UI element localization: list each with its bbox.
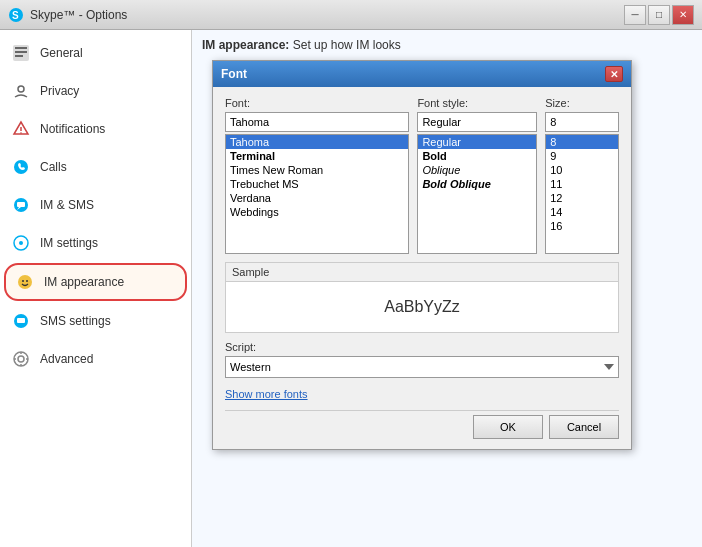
advanced-icon [10,348,32,370]
style-input[interactable] [417,112,537,132]
style-list[interactable]: Regular Bold Oblique Bold Oblique [417,134,537,254]
sidebar-label-notifications: Notifications [40,122,105,136]
sidebar-label-sms-settings: SMS settings [40,314,111,328]
svg-rect-20 [17,318,25,323]
privacy-icon [10,80,32,102]
size-list-item-10[interactable]: 10 [546,163,618,177]
size-list-item-14[interactable]: 14 [546,205,618,219]
dialog-close-button[interactable]: ✕ [605,66,623,82]
svg-rect-5 [15,55,23,57]
dialog-title: Font [221,67,247,81]
sample-section: Sample AaBbYyZz [225,262,619,333]
script-section: Script: Western [225,341,619,378]
window-title: Skype™ - Options [30,8,127,22]
minimize-button[interactable]: ─ [624,5,646,25]
size-list-item-9[interactable]: 9 [546,149,618,163]
script-label: Script: [225,341,619,353]
svg-point-21 [14,352,28,366]
content-title-normal: Set up how IM looks [293,38,401,52]
size-list-item-11[interactable]: 11 [546,177,618,191]
title-bar: S Skype™ - Options ─ □ ✕ [0,0,702,30]
svg-point-16 [18,275,32,289]
sample-label: Sample [226,263,618,282]
content-title: IM appearance: Set up how IM looks [202,38,692,52]
cancel-button[interactable]: Cancel [549,415,619,439]
main-window: General Privacy Notifications [0,30,702,547]
size-list-item-8[interactable]: 8 [546,135,618,149]
im-sms-icon [10,194,32,216]
sidebar-label-advanced: Advanced [40,352,93,366]
sidebar-item-advanced[interactable]: Advanced [0,340,191,378]
font-dialog: Font ✕ Font: Tahoma Terminal Times New R… [212,60,632,450]
sample-text: AaBbYyZz [226,282,618,332]
sidebar-item-calls[interactable]: Calls [0,148,191,186]
sms-settings-icon [10,310,32,332]
svg-point-22 [18,356,24,362]
sidebar-item-im-sms[interactable]: IM & SMS [0,186,191,224]
maximize-button[interactable]: □ [648,5,670,25]
general-icon [10,42,32,64]
show-more-fonts-link[interactable]: Show more fonts [225,388,619,400]
font-list-item-verdana[interactable]: Verdana [226,191,408,205]
font-list-item-terminal[interactable]: Terminal [226,149,408,163]
font-list-item-webdings[interactable]: Webdings [226,205,408,219]
dialog-titlebar: Font ✕ [213,61,631,87]
size-column: Size: 8 9 10 11 12 14 16 [545,97,619,254]
sidebar-label-im-appearance: IM appearance [44,275,124,289]
sidebar-label-calls: Calls [40,160,67,174]
title-bar-left: S Skype™ - Options [8,7,127,23]
svg-point-15 [19,241,23,245]
svg-rect-3 [15,47,27,49]
svg-point-17 [22,280,24,282]
notifications-icon [10,118,32,140]
calls-icon [10,156,32,178]
ok-button[interactable]: OK [473,415,543,439]
svg-point-9 [20,132,22,134]
sidebar-label-im-settings: IM settings [40,236,98,250]
svg-text:S: S [12,10,19,21]
im-appearance-icon [14,271,36,293]
style-list-item-bold-oblique[interactable]: Bold Oblique [418,177,536,191]
font-list-item-times[interactable]: Times New Roman [226,163,408,177]
sidebar-label-privacy: Privacy [40,84,79,98]
size-list[interactable]: 8 9 10 11 12 14 16 [545,134,619,254]
font-list-item-tahoma[interactable]: Tahoma [226,135,408,149]
font-list[interactable]: Tahoma Terminal Times New Roman Trebuche… [225,134,409,254]
sidebar-item-sms-settings[interactable]: SMS settings [0,302,191,340]
sidebar-item-notifications[interactable]: Notifications [0,110,191,148]
svg-point-6 [18,86,24,92]
font-label: Font: [225,97,409,109]
style-label: Font style: [417,97,537,109]
dialog-buttons: OK Cancel [225,410,619,439]
style-list-item-oblique[interactable]: Oblique [418,163,536,177]
svg-point-18 [26,280,28,282]
font-list-item-trebuchet[interactable]: Trebuchet MS [226,177,408,191]
size-label: Size: [545,97,619,109]
size-input[interactable] [545,112,619,132]
sidebar-item-general[interactable]: General [0,34,191,72]
font-column: Font: Tahoma Terminal Times New Roman Tr… [225,97,409,254]
dialog-columns: Font: Tahoma Terminal Times New Roman Tr… [225,97,619,254]
script-select[interactable]: Western [225,356,619,378]
sidebar-item-im-appearance[interactable]: IM appearance [4,263,187,301]
sidebar: General Privacy Notifications [0,30,192,547]
font-input[interactable] [225,112,409,132]
size-list-item-12[interactable]: 12 [546,191,618,205]
style-list-item-bold[interactable]: Bold [418,149,536,163]
close-button[interactable]: ✕ [672,5,694,25]
sidebar-label-im-sms: IM & SMS [40,198,94,212]
size-list-item-16[interactable]: 16 [546,219,618,233]
svg-rect-12 [17,202,25,207]
sidebar-item-privacy[interactable]: Privacy [0,72,191,110]
content-area: IM appearance: Set up how IM looks Font … [192,30,702,547]
window-controls: ─ □ ✕ [624,5,694,25]
content-title-bold: IM appearance: [202,38,289,52]
style-column: Font style: Regular Bold Oblique Bold Ob… [417,97,537,254]
im-settings-icon [10,232,32,254]
skype-icon: S [8,7,24,23]
sidebar-label-general: General [40,46,83,60]
dialog-body: Font: Tahoma Terminal Times New Roman Tr… [213,87,631,449]
svg-rect-4 [15,51,27,53]
sidebar-item-im-settings[interactable]: IM settings [0,224,191,262]
style-list-item-regular[interactable]: Regular [418,135,536,149]
